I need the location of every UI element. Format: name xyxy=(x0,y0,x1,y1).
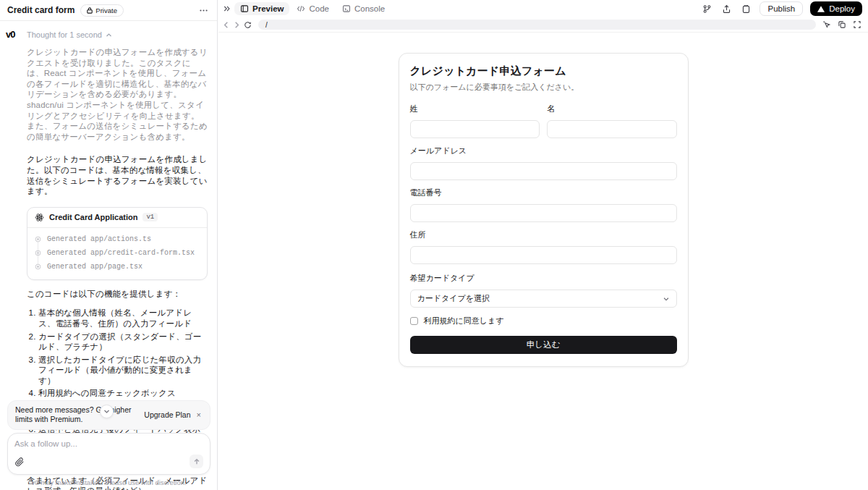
url-bar[interactable]: / xyxy=(258,20,816,30)
thought-toggle[interactable]: Thought for 1 second xyxy=(27,30,112,39)
upgrade-plan-link[interactable]: Upgrade Plan xyxy=(144,410,190,419)
code-block-card[interactable]: Credit Card Application v1 Generated app… xyxy=(27,207,208,280)
terms-checkbox[interactable] xyxy=(410,317,418,325)
generated-file-row[interactable]: Generated app/page.tsx xyxy=(35,260,200,274)
code-card-header[interactable]: Credit Card Application v1 xyxy=(27,208,207,228)
nav-back-button[interactable] xyxy=(221,20,231,30)
pointer-sparkle-icon xyxy=(822,20,831,29)
last-name-input[interactable] xyxy=(410,120,540,138)
first-name-label: 名 xyxy=(547,104,677,114)
phone-input[interactable] xyxy=(410,204,677,222)
feature-item: 選択したカードタイプに応じた年収の入力フィールド（最小値が動的に変更されます） xyxy=(38,355,208,386)
generated-file-row[interactable]: Generated app/actions.ts xyxy=(35,232,200,246)
message-composer[interactable] xyxy=(7,433,210,475)
chevron-up-icon xyxy=(106,32,112,38)
project-title: Credit card form xyxy=(7,5,75,15)
code-icon xyxy=(297,4,305,13)
assistant-intro-text: クレジットカードの申込フォームを作成しました。以下のコードは、基本的な情報を収集… xyxy=(27,154,208,196)
chat-panel: Credit card form Private v0 Thought for … xyxy=(0,0,218,490)
feature-item: 基本的な個人情報（姓名、メールアドレス、電話番号、住所）の入力フィールド xyxy=(38,308,208,329)
vercel-triangle-icon xyxy=(817,6,825,12)
arrow-up-icon xyxy=(193,458,200,465)
first-name-input[interactable] xyxy=(547,120,677,138)
preview-nav-bar: / xyxy=(218,17,868,33)
version-badge: v1 xyxy=(142,213,158,221)
deploy-button[interactable]: Deploy xyxy=(810,1,862,16)
lock-icon xyxy=(87,7,93,14)
credit-card-form-card: クレジットカード申込フォーム 以下のフォームに必要事項をご記入ください。 姓 名 xyxy=(399,53,689,367)
version-history-button[interactable] xyxy=(701,3,713,15)
private-badge: Private xyxy=(80,4,124,17)
terms-checkbox-label: 利用規約に同意します xyxy=(424,316,504,326)
generated-file-list: Generated app/actions.ts Generated app/c… xyxy=(27,228,207,279)
card-type-label: 希望カードタイプ xyxy=(410,273,677,284)
chevrons-right-icon xyxy=(223,4,231,13)
feature-item: カードタイプの選択（スタンダード、ゴールド、プラチナ） xyxy=(38,331,208,352)
clipboard-button[interactable] xyxy=(740,3,752,15)
publish-button[interactable]: Publish xyxy=(760,1,803,16)
address-label: 住所 xyxy=(410,229,677,240)
code-card-title: Credit Card Application xyxy=(49,213,137,221)
paperclip-icon xyxy=(14,457,25,467)
browser-window-icon xyxy=(240,4,249,13)
form-title: クレジットカード申込フォーム xyxy=(410,64,677,78)
project-menu-button[interactable] xyxy=(197,4,210,17)
clipboard-icon xyxy=(741,4,751,14)
email-label: メールアドレス xyxy=(410,145,677,156)
attach-button[interactable] xyxy=(14,457,25,467)
chevron-down-icon xyxy=(663,295,670,303)
send-button[interactable] xyxy=(190,455,203,468)
followup-input[interactable] xyxy=(14,439,203,448)
fullscreen-button[interactable] xyxy=(852,20,862,30)
step-connector-line xyxy=(38,242,38,265)
generated-file-row[interactable]: Generated app/credit-card-form.tsx xyxy=(35,246,200,260)
thought-text: クレジットカードの申込フォームを作成するリクエストを受け取りました。このタスクに… xyxy=(27,47,208,142)
v0-app-window: Credit card form Private v0 Thought for … xyxy=(0,0,868,490)
tab-console[interactable]: Console xyxy=(336,2,391,15)
preview-toolbar: Preview Code Console xyxy=(218,0,868,17)
email-input[interactable] xyxy=(410,162,677,180)
scroll-to-bottom-button[interactable] xyxy=(100,405,114,418)
disclaimer-text: v0 may make mistakes. Please use with di… xyxy=(0,475,218,490)
tab-preview[interactable]: Preview xyxy=(234,2,289,15)
features-intro: このコードは以下の機能を提供します： xyxy=(27,289,208,300)
upgrade-banner-text: Need more messages? Get higher limits wi… xyxy=(15,405,135,424)
atom-icon xyxy=(35,213,44,222)
tab-code[interactable]: Code xyxy=(291,2,335,15)
rendered-preview: クレジットカード申込フォーム 以下のフォームに必要事項をご記入ください。 姓 名 xyxy=(218,33,868,489)
card-type-select-value: カードタイプを選択 xyxy=(417,293,490,304)
git-branch-icon xyxy=(702,4,712,14)
banner-close-button[interactable]: × xyxy=(195,410,203,419)
form-subtitle: 以下のフォームに必要事項をご記入ください。 xyxy=(410,82,677,93)
address-input[interactable] xyxy=(410,246,677,264)
collapse-sidebar-button[interactable] xyxy=(221,3,233,14)
share-button[interactable] xyxy=(720,3,733,15)
circle-dot-icon xyxy=(35,236,41,242)
url-path: / xyxy=(265,21,268,29)
share-icon xyxy=(722,4,731,14)
open-new-window-button[interactable] xyxy=(837,20,847,30)
phone-label: 電話番号 xyxy=(410,187,677,198)
feature-item: 利用規約への同意チェックボックス xyxy=(38,388,208,399)
last-name-label: 姓 xyxy=(410,104,540,114)
project-header: Credit card form Private xyxy=(0,0,217,21)
maximize-icon xyxy=(853,20,861,29)
copy-icon xyxy=(838,20,846,29)
card-type-select[interactable]: カードタイプを選択 xyxy=(410,290,677,308)
console-icon xyxy=(342,4,351,13)
refresh-button[interactable] xyxy=(243,20,252,30)
submit-button[interactable]: 申し込む xyxy=(410,336,677,354)
select-element-button[interactable] xyxy=(822,20,832,30)
preview-panel: Preview Code Console xyxy=(218,0,868,490)
v0-avatar: v0 xyxy=(6,30,22,39)
nav-forward-button[interactable] xyxy=(232,20,242,30)
